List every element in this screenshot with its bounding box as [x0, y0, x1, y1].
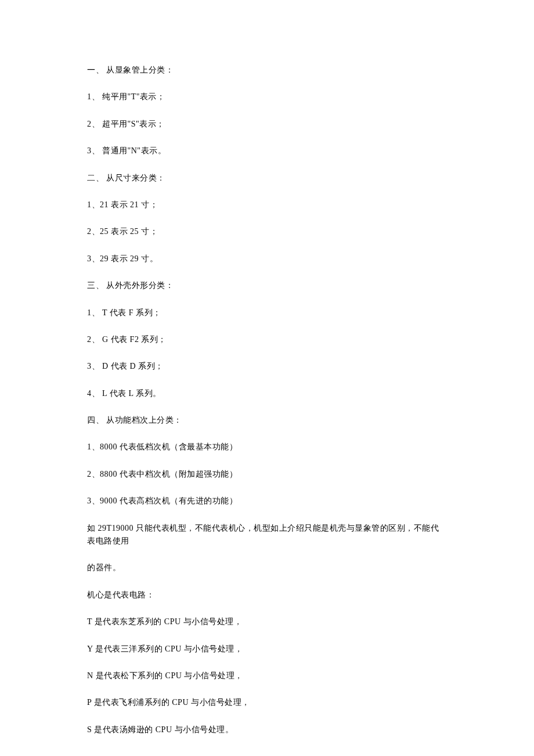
text-line: 3、 D 代表 D 系列； [87, 360, 447, 373]
text-line: T 是代表东芝系列的 CPU 与小信号处理， [87, 615, 447, 628]
text-line: 3、9000 代表高档次机（有先进的功能） [87, 495, 447, 507]
text-line: 1、 纯平用"T"表示； [87, 91, 447, 103]
text-line: 2、 G 代表 F2 系列； [87, 333, 447, 346]
text-line: P 是代表飞利浦系列的 CPU 与小信号处理， [87, 696, 447, 709]
text-line: 1、 T 代表 F 系列； [87, 307, 447, 319]
text-line: 一、 从显象管上分类： [87, 64, 447, 77]
text-line: 机心是代表电路： [87, 589, 447, 602]
text-line: 三、 从外壳外形分类： [87, 279, 447, 292]
text-line: 的器件。 [87, 561, 447, 574]
text-line: 3、29 表示 29 寸。 [87, 253, 447, 265]
text-line: 4、 L 代表 L 系列。 [87, 387, 447, 400]
text-line: 二、 从尺寸来分类： [87, 172, 447, 185]
text-line: 1、8000 代表低档次机（含最基本功能） [87, 441, 447, 453]
text-line: 1、21 表示 21 寸； [87, 199, 447, 211]
text-line: 3、 普通用"N"表示。 [87, 145, 447, 157]
text-line: 2、25 表示 25 寸； [87, 225, 447, 238]
text-line: N 是代表松下系列的 CPU 与小信号处理， [87, 669, 447, 682]
document-page: 一、 从显象管上分类： 1、 纯平用"T"表示； 2、 超平用"S"表示； 3、… [0, 0, 534, 756]
text-line: 四、 从功能档次上分类： [87, 414, 447, 427]
text-line: 2、8800 代表中档次机（附加超强功能） [87, 468, 447, 481]
text-line: Y 是代表三洋系列的 CPU 与小信号处理， [87, 643, 447, 656]
text-line: 2、 超平用"S"表示； [87, 118, 447, 131]
text-line: S 是代表汤姆逊的 CPU 与小信号处理。 [87, 723, 447, 736]
text-line: 如 29T19000 只能代表机型，不能代表机心，机型如上介绍只能是机壳与显象管… [87, 522, 447, 548]
